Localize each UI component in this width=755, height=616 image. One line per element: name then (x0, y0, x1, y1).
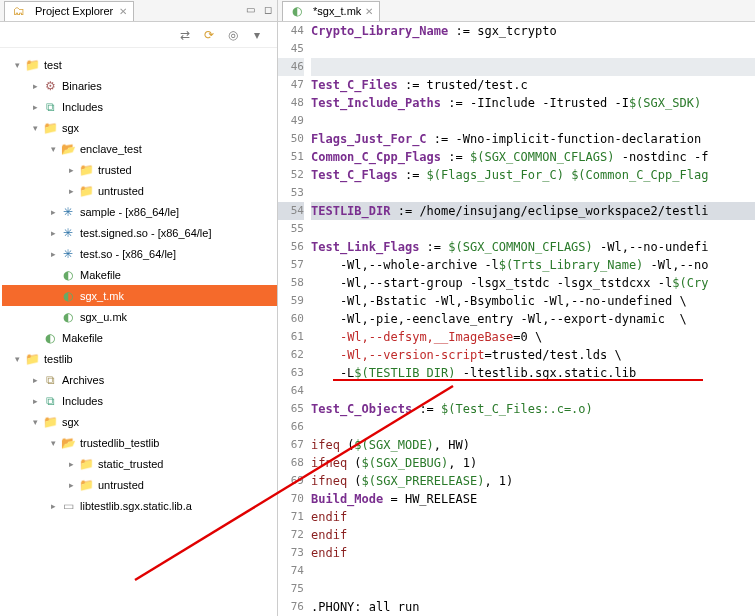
code-line[interactable]: -Wl,-Bstatic -Wl,-Bsymbolic -Wl,--no-und… (311, 292, 755, 310)
code-line[interactable] (311, 418, 755, 436)
tree-row[interactable]: ▾📂enclave_test (2, 138, 277, 159)
tree-row[interactable]: ▸📁untrusted (2, 474, 277, 495)
code-line[interactable]: Common_C_Cpp_Flags := $(SGX_COMMON_CFLAG… (311, 148, 755, 166)
code-line[interactable]: -Wl,-pie,-eenclave_entry -Wl,--export-dy… (311, 310, 755, 328)
twisty-icon[interactable]: ▸ (46, 501, 60, 511)
twisty-icon[interactable]: ▾ (28, 123, 42, 133)
code-line[interactable]: Build_Mode = HW_RELEASE (311, 490, 755, 508)
tree-item-label: Includes (62, 101, 103, 113)
code-line[interactable]: endif (311, 508, 755, 526)
code-line[interactable]: ifeq ($(SGX_MODE), HW) (311, 436, 755, 454)
close-icon[interactable]: ✕ (119, 6, 127, 17)
tree-row[interactable]: ▸⚙Binaries (2, 75, 277, 96)
code-line[interactable]: endif (311, 544, 755, 562)
code-line[interactable] (311, 382, 755, 400)
twisty-icon[interactable]: ▸ (46, 228, 60, 238)
twisty-icon[interactable]: ▸ (28, 375, 42, 385)
inc-icon-icon: ⧉ (42, 99, 58, 115)
twisty-icon[interactable]: ▸ (64, 165, 78, 175)
folder-icon-icon: 📁 (42, 120, 58, 136)
twisty-icon[interactable]: ▾ (10, 354, 24, 364)
editor-tab[interactable]: ◐ *sgx_t.mk ✕ (282, 1, 380, 21)
line-number: 64 (278, 382, 304, 400)
code-line[interactable]: -Wl,--defsym,__ImageBase=0 \ (311, 328, 755, 346)
tree-row[interactable]: ▾📁test (2, 54, 277, 75)
explorer-toolbar: ⇄ ⟳ ◎ ▾ (0, 22, 277, 48)
twisty-icon[interactable]: ▸ (46, 207, 60, 217)
code-line[interactable]: -L$(TESTLIB_DIR) -ltestlib.sgx.static.li… (311, 364, 755, 382)
link-editor-icon[interactable]: ⟳ (201, 27, 217, 43)
tree-row[interactable]: ◐sgx_u.mk (2, 306, 277, 327)
line-number: 57 (278, 256, 304, 274)
code-line[interactable] (311, 112, 755, 130)
tree-row[interactable]: ◐sgx_t.mk (2, 285, 277, 306)
line-number: 46 (278, 58, 304, 76)
code-line[interactable]: Test_Include_Paths := -IInclude -Itruste… (311, 94, 755, 112)
tree-row[interactable]: ▾📁sgx (2, 117, 277, 138)
tree-row[interactable]: ▸📁untrusted (2, 180, 277, 201)
code-line[interactable] (311, 184, 755, 202)
twisty-icon[interactable]: ▾ (46, 438, 60, 448)
tree-row[interactable]: ▸📁static_trusted (2, 453, 277, 474)
twisty-icon[interactable]: ▾ (10, 60, 24, 70)
line-number: 44 (278, 22, 304, 40)
bin-icon-icon: ⚙ (42, 78, 58, 94)
twisty-icon[interactable]: ▸ (28, 102, 42, 112)
code-line[interactable] (311, 40, 755, 58)
code-line[interactable]: .PHONY: all run (311, 598, 755, 616)
tree-row[interactable]: ▸✳test.so - [x86_64/le] (2, 243, 277, 264)
view-menu-icon[interactable]: ▾ (249, 27, 265, 43)
code-line[interactable]: -Wl,--whole-archive -l$(Trts_Library_Nam… (311, 256, 755, 274)
project-tree[interactable]: ▾📁test▸⚙Binaries▸⧉Includes▾📁sgx▾📂enclave… (0, 48, 277, 616)
twisty-icon[interactable]: ▸ (46, 249, 60, 259)
collapse-all-icon[interactable]: ⇄ (177, 27, 193, 43)
line-number: 52 (278, 166, 304, 184)
code-line[interactable] (311, 58, 755, 76)
tree-row[interactable]: ▾📂trustedlib_testlib (2, 432, 277, 453)
project-explorer-tab[interactable]: 🗂 Project Explorer ✕ (4, 1, 134, 21)
code-line[interactable]: ifneq ($(SGX_PRERELEASE), 1) (311, 472, 755, 490)
tree-row[interactable]: ▾📁sgx (2, 411, 277, 432)
code-line[interactable]: TESTLIB_DIR := /home/insujang/eclipse_wo… (311, 202, 755, 220)
close-icon[interactable]: ✕ (365, 6, 373, 17)
code-line[interactable]: Test_C_Files := trusted/test.c (311, 76, 755, 94)
twisty-icon[interactable]: ▸ (64, 480, 78, 490)
tree-row[interactable]: ▸✳test.signed.so - [x86_64/le] (2, 222, 277, 243)
twisty-icon[interactable]: ▾ (46, 144, 60, 154)
code-line[interactable]: ifneq ($(SGX_DEBUG), 1) (311, 454, 755, 472)
minimize-icon[interactable]: ▭ (243, 4, 257, 18)
tree-row[interactable]: ▸📁trusted (2, 159, 277, 180)
code-line[interactable]: Test_C_Flags := $(Flags_Just_For_C) $(Co… (311, 166, 755, 184)
code-line[interactable] (311, 220, 755, 238)
code-line[interactable]: Crypto_Library_Name := sgx_tcrypto (311, 22, 755, 40)
tree-item-label: Binaries (62, 80, 102, 92)
code-line[interactable]: -Wl,--version-script=trusted/test.lds \ (311, 346, 755, 364)
tree-item-label: libtestlib.sgx.static.lib.a (80, 500, 192, 512)
twisty-icon[interactable]: ▸ (28, 81, 42, 91)
code-line[interactable]: Test_Link_Flags := $(SGX_COMMON_CFLAGS) … (311, 238, 755, 256)
tree-row[interactable]: ◐Makefile (2, 327, 277, 348)
twisty-icon[interactable]: ▾ (28, 417, 42, 427)
code-editor[interactable]: 4445464748495051525354555657585960616263… (278, 22, 755, 616)
twisty-icon[interactable]: ▸ (28, 396, 42, 406)
line-number: 70 (278, 490, 304, 508)
twisty-icon[interactable]: ▸ (64, 459, 78, 469)
tree-row[interactable]: ▸⧉Includes (2, 390, 277, 411)
tree-item-label: Makefile (62, 332, 103, 344)
tree-row[interactable]: ▸⧉Includes (2, 96, 277, 117)
maximize-icon[interactable]: ◻ (261, 4, 275, 18)
focus-icon[interactable]: ◎ (225, 27, 241, 43)
code-line[interactable] (311, 580, 755, 598)
code-line[interactable]: -Wl,--start-group -lsgx_tstdc -lsgx_tstd… (311, 274, 755, 292)
twisty-icon[interactable]: ▸ (64, 186, 78, 196)
code-line[interactable]: endif (311, 526, 755, 544)
code-line[interactable]: Test_C_Objects := $(Test_C_Files:.c=.o) (311, 400, 755, 418)
tree-row[interactable]: ▾📁testlib (2, 348, 277, 369)
tree-row[interactable]: ▸✳sample - [x86_64/le] (2, 201, 277, 222)
code-content[interactable]: Crypto_Library_Name := sgx_tcrypto Test_… (310, 22, 755, 616)
code-line[interactable] (311, 562, 755, 580)
tree-row[interactable]: ▸▭libtestlib.sgx.static.lib.a (2, 495, 277, 516)
tree-row[interactable]: ◐Makefile (2, 264, 277, 285)
tree-row[interactable]: ▸⧉Archives (2, 369, 277, 390)
code-line[interactable]: Flags_Just_For_C := -Wno-implicit-functi… (311, 130, 755, 148)
